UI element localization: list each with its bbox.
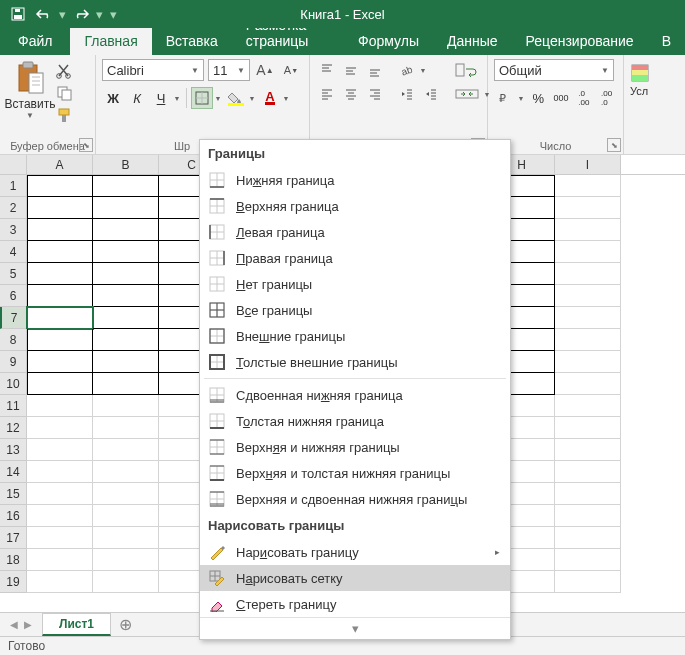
align-top-button[interactable] — [316, 59, 338, 81]
font-name-combo[interactable]: Calibri▼ — [102, 59, 204, 81]
cell[interactable] — [27, 527, 93, 549]
tab-data[interactable]: Данные — [433, 28, 512, 55]
copy-button[interactable] — [56, 85, 76, 103]
cell[interactable] — [27, 439, 93, 461]
menu-item-top-bottom[interactable]: Верхняя и нижняя границы — [200, 434, 510, 460]
menu-item-thick-bottom[interactable]: Толстая нижняя граница — [200, 408, 510, 434]
cell[interactable] — [93, 505, 159, 527]
font-color-button[interactable]: A — [259, 87, 281, 109]
row-header[interactable]: 2 — [0, 197, 27, 219]
decrease-decimal-button[interactable]: .00.0 — [596, 87, 617, 109]
row-header[interactable]: 13 — [0, 439, 27, 461]
menu-item-right[interactable]: Правая граница — [200, 245, 510, 271]
fill-color-dropdown[interactable]: ▼ — [247, 95, 257, 102]
cell[interactable] — [27, 571, 93, 593]
cell[interactable] — [555, 241, 621, 263]
percent-button[interactable]: % — [528, 87, 549, 109]
row-header[interactable]: 7 — [0, 307, 27, 329]
tab-view-partial[interactable]: В — [648, 28, 685, 55]
cell[interactable] — [27, 241, 93, 263]
cell[interactable] — [27, 263, 93, 285]
cell[interactable] — [27, 461, 93, 483]
align-bottom-button[interactable] — [364, 59, 386, 81]
cell[interactable] — [27, 549, 93, 571]
increase-decimal-button[interactable]: .0.00 — [574, 87, 595, 109]
row-header[interactable]: 5 — [0, 263, 27, 285]
column-header-A[interactable]: A — [27, 155, 93, 174]
cell[interactable] — [555, 307, 621, 329]
align-right-button[interactable] — [364, 83, 386, 105]
cell[interactable] — [27, 395, 93, 417]
select-all-corner[interactable] — [0, 155, 27, 174]
menu-item-bottom[interactable]: Нижняя граница — [200, 167, 510, 193]
cell[interactable] — [555, 285, 621, 307]
align-left-button[interactable] — [316, 83, 338, 105]
row-header[interactable]: 10 — [0, 373, 27, 395]
borders-button[interactable] — [191, 87, 213, 109]
cell[interactable] — [27, 219, 93, 241]
cell[interactable] — [93, 241, 159, 263]
cell[interactable] — [555, 263, 621, 285]
menu-item-top-double-bottom[interactable]: Верхняя и сдвоенная нижняя границы — [200, 486, 510, 512]
cell[interactable] — [555, 219, 621, 241]
cell[interactable] — [27, 417, 93, 439]
undo-button[interactable] — [32, 2, 56, 26]
tab-home[interactable]: Главная — [70, 28, 151, 55]
cell[interactable] — [555, 461, 621, 483]
decrease-indent-button[interactable] — [396, 83, 418, 105]
row-header[interactable]: 1 — [0, 175, 27, 197]
number-format-combo[interactable]: Общий▼ — [494, 59, 614, 81]
cell[interactable] — [93, 197, 159, 219]
row-header[interactable]: 12 — [0, 417, 27, 439]
new-sheet-button[interactable]: ⊕ — [111, 615, 140, 634]
cell[interactable] — [93, 527, 159, 549]
bold-button[interactable]: Ж — [102, 87, 124, 109]
cell[interactable] — [555, 351, 621, 373]
cell[interactable] — [93, 439, 159, 461]
cell[interactable] — [27, 175, 93, 197]
number-launcher[interactable]: ⬊ — [607, 138, 621, 152]
align-middle-button[interactable] — [340, 59, 362, 81]
row-header[interactable]: 11 — [0, 395, 27, 417]
underline-button[interactable]: Ч — [150, 87, 172, 109]
cell[interactable] — [27, 373, 93, 395]
cell[interactable] — [93, 461, 159, 483]
qat-customize[interactable]: ▾ — [110, 7, 117, 22]
cell[interactable] — [93, 417, 159, 439]
cell[interactable] — [93, 175, 159, 197]
cell[interactable] — [27, 329, 93, 351]
sheet-tab-1[interactable]: Лист1 — [42, 613, 111, 636]
menu-item-top[interactable]: Верхняя граница — [200, 193, 510, 219]
row-header[interactable]: 9 — [0, 351, 27, 373]
cut-button[interactable] — [56, 63, 76, 81]
row-header[interactable]: 17 — [0, 527, 27, 549]
orientation-button[interactable]: ab — [396, 59, 418, 81]
underline-dropdown[interactable]: ▼ — [172, 95, 182, 102]
cell[interactable] — [555, 505, 621, 527]
cell[interactable] — [93, 307, 159, 329]
cell[interactable] — [93, 263, 159, 285]
row-header[interactable]: 4 — [0, 241, 27, 263]
row-header[interactable]: 8 — [0, 329, 27, 351]
accounting-dropdown[interactable]: ▼ — [516, 95, 526, 102]
italic-button[interactable]: К — [126, 87, 148, 109]
paste-button[interactable]: Вставить ▼ — [6, 59, 54, 125]
merge-button[interactable] — [452, 83, 482, 105]
increase-indent-button[interactable] — [420, 83, 442, 105]
align-center-button[interactable] — [340, 83, 362, 105]
menu-item-outside[interactable]: Внешние границы — [200, 323, 510, 349]
row-header[interactable]: 18 — [0, 549, 27, 571]
borders-dropdown[interactable]: ▼ — [213, 95, 223, 102]
menu-item-none[interactable]: Нет границы — [200, 271, 510, 297]
cell[interactable] — [93, 571, 159, 593]
menu-item-top-thick-bottom[interactable]: Верхняя и толстая нижняя границы — [200, 460, 510, 486]
conditional-formatting-button[interactable] — [630, 63, 666, 83]
wrap-text-button[interactable] — [452, 59, 482, 81]
tab-formulas[interactable]: Формулы — [344, 28, 433, 55]
paste-dropdown[interactable]: ▼ — [26, 111, 34, 120]
save-button[interactable] — [6, 2, 30, 26]
font-color-dropdown[interactable]: ▼ — [281, 95, 291, 102]
cell[interactable] — [555, 483, 621, 505]
cell[interactable] — [555, 571, 621, 593]
sheet-nav-next[interactable]: ▶ — [24, 619, 32, 630]
